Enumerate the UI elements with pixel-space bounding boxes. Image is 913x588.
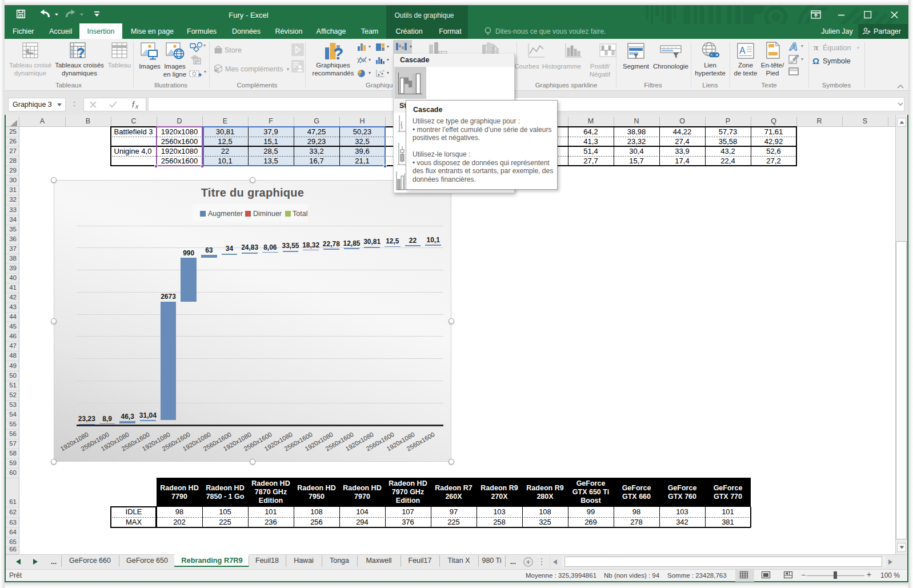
svg-text:x: x [135,103,139,110]
svg-text:A: A [739,46,746,55]
svg-text:A: A [789,41,798,51]
svg-text:?: ? [77,45,85,61]
svg-text:?: ? [333,44,343,61]
